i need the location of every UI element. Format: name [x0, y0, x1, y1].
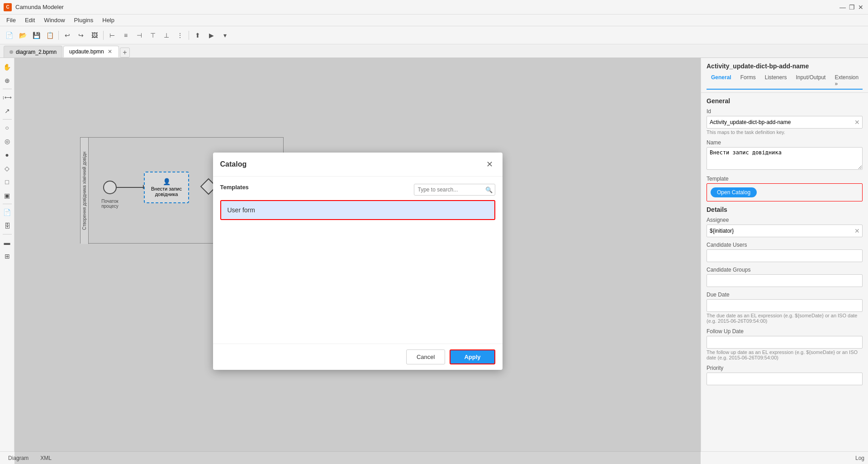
task-tool[interactable]: □: [1, 176, 14, 188]
candidate-groups-label: Candidate Groups: [707, 267, 863, 273]
id-hint: This maps to the task definition key.: [707, 129, 863, 135]
menu-bar: File Edit Window Plugins Help: [0, 14, 868, 26]
sep3: [189, 31, 189, 40]
open-btn[interactable]: 📂: [16, 29, 29, 42]
tab-general[interactable]: General: [707, 72, 736, 90]
data-store-tool[interactable]: 🗄: [1, 220, 14, 232]
distribute-btn[interactable]: ⋮: [174, 29, 186, 42]
align-center-btn[interactable]: ≡: [119, 29, 132, 42]
template-item-user-form[interactable]: User form: [220, 200, 495, 220]
tab-listeners[interactable]: Listeners: [760, 72, 792, 90]
tab-updaute[interactable]: updaute.bpmn ✕: [63, 46, 119, 57]
close-button[interactable]: ✕: [857, 4, 864, 11]
start-event-tool[interactable]: ○: [1, 121, 14, 134]
name-field: Name Внести запис довідника: [707, 139, 863, 171]
connect-tool[interactable]: ↗: [1, 105, 14, 117]
play-btn[interactable]: ▶: [205, 29, 218, 42]
candidate-groups-input[interactable]: [707, 274, 863, 287]
log-label[interactable]: Log: [855, 455, 864, 461]
follow-up-date-input-wrap: [707, 336, 863, 349]
modal-close-btn[interactable]: ✕: [484, 159, 495, 170]
tab-input-output[interactable]: Input/Output: [791, 72, 830, 90]
templates-label: Templates: [220, 184, 249, 191]
main-area: ✋ ⊕ ↕⟷ ↗ ○ ◎ ● ◇ □ ▣ 📄 🗄 ▬ ⊞ Створення д…: [0, 58, 868, 464]
lt-sep1: [3, 89, 12, 89]
tab-label-1: diagram_2.bpmn: [16, 49, 57, 55]
modal-overlay: Catalog ✕ Templates 🔍 User form: [14, 58, 701, 464]
intermediate-event-tool[interactable]: ◎: [1, 135, 14, 148]
template-section: Open Catalog: [707, 183, 863, 201]
move-tool[interactable]: ↕⟷: [1, 91, 14, 104]
tab-close-btn[interactable]: ✕: [107, 48, 113, 55]
subprocess-tool[interactable]: ▣: [1, 189, 14, 202]
tab-forms[interactable]: Forms: [736, 72, 760, 90]
id-input-wrap: ✕: [707, 116, 863, 129]
pool-tool[interactable]: ▬: [1, 236, 14, 249]
priority-label: Priority: [707, 365, 863, 371]
upload-btn[interactable]: ⬆: [191, 29, 204, 42]
restore-button[interactable]: ❐: [848, 4, 855, 11]
gateway-tool[interactable]: ◇: [1, 162, 14, 175]
id-clear-btn[interactable]: ✕: [854, 119, 861, 126]
template-label: Template: [707, 176, 863, 182]
assignee-clear-btn[interactable]: ✕: [854, 227, 861, 234]
name-label: Name: [707, 139, 863, 146]
sep1: [58, 31, 59, 40]
image-btn[interactable]: 🖼: [88, 29, 101, 42]
tab-extension[interactable]: Extension »: [830, 72, 863, 90]
due-date-input[interactable]: [707, 299, 863, 312]
candidate-users-input-wrap: [707, 249, 863, 262]
modal-title: Catalog: [220, 160, 247, 168]
redo-btn[interactable]: ↪: [75, 29, 87, 42]
menu-help[interactable]: Help: [98, 16, 119, 24]
expand-tool[interactable]: ⊞: [1, 250, 14, 263]
assignee-field: Assignee ✕: [707, 217, 863, 237]
toolbar: 📄 📂 💾 📋 ↩ ↪ 🖼 ⊢ ≡ ⊣ ⊤ ⊥ ⋮ ⬆ ▶ ▾: [0, 26, 868, 44]
save-as-btn[interactable]: 📋: [43, 29, 56, 42]
align-right-btn[interactable]: ⊣: [133, 29, 146, 42]
text-annotation-tool[interactable]: 📄: [1, 206, 14, 219]
tab-diagram2[interactable]: diagram_2.bpmn: [4, 46, 62, 57]
modal-header: Catalog ✕: [213, 153, 503, 177]
undo-btn[interactable]: ↩: [61, 29, 74, 42]
id-field: Id ✕ This maps to the task definition ke…: [707, 108, 863, 135]
due-date-input-wrap: [707, 299, 863, 312]
assignee-input-wrap: ✕: [707, 225, 863, 237]
menu-edit[interactable]: Edit: [20, 16, 39, 24]
candidate-users-label: Candidate Users: [707, 242, 863, 248]
more-btn[interactable]: ▾: [218, 29, 231, 42]
candidate-groups-input-wrap: [707, 274, 863, 287]
modal-footer: Cancel Apply: [213, 344, 503, 370]
priority-input-wrap: [707, 373, 863, 385]
search-icon: 🔍: [485, 186, 493, 193]
lasso-tool[interactable]: ⊕: [1, 74, 14, 87]
hand-tool[interactable]: ✋: [1, 61, 14, 73]
follow-up-date-input[interactable]: [707, 336, 863, 349]
apply-button[interactable]: Apply: [450, 349, 495, 364]
save-btn[interactable]: 💾: [30, 29, 43, 42]
assignee-input[interactable]: [707, 225, 863, 237]
align-bottom-btn[interactable]: ⊥: [160, 29, 173, 42]
id-input[interactable]: [707, 116, 863, 129]
rp-title: Activity_update-dict-bp-add-name: [707, 62, 863, 70]
canvas[interactable]: Створення довідника хімічний довідн Поча…: [14, 58, 701, 464]
new-file-btn[interactable]: 📄: [3, 29, 15, 42]
open-catalog-btn[interactable]: Open Catalog: [711, 187, 757, 197]
minimize-button[interactable]: —: [839, 4, 846, 11]
add-tab-btn[interactable]: +: [120, 48, 130, 57]
menu-file[interactable]: File: [2, 16, 20, 24]
menu-window[interactable]: Window: [39, 16, 69, 24]
end-event-tool[interactable]: ●: [1, 148, 14, 161]
cancel-button[interactable]: Cancel: [406, 349, 445, 364]
align-left-btn[interactable]: ⊢: [106, 29, 119, 42]
align-top-btn[interactable]: ⊤: [147, 29, 159, 42]
template-field: Template Open Catalog: [707, 176, 863, 201]
priority-input[interactable]: [707, 373, 863, 385]
menu-plugins[interactable]: Plugins: [70, 16, 98, 24]
candidate-users-input[interactable]: [707, 249, 863, 262]
search-input[interactable]: [414, 184, 495, 196]
name-textarea[interactable]: Внести запис довідника: [707, 147, 863, 170]
lt-sep3: [3, 204, 12, 204]
candidate-users-field: Candidate Users: [707, 242, 863, 262]
app-title: Camunda Modeler: [15, 4, 839, 10]
